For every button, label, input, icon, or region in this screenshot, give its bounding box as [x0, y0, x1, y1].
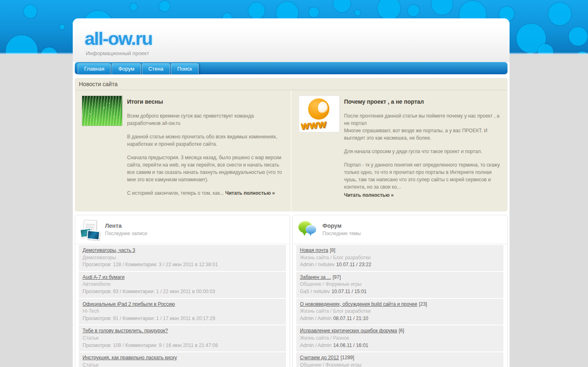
read-more-link[interactable]: Читать полностью »	[225, 190, 275, 196]
forum-item: Считаем до 2012[1289] Общение / Форумные…	[296, 352, 503, 367]
nav-tab[interactable]: Форум	[112, 63, 141, 74]
feed-item-link[interactable]: Audi A-7 из бумаги	[83, 274, 125, 280]
forum-item-date: 10.07.11 / 23:22	[336, 262, 371, 267]
bubble	[525, 52, 535, 54]
news-article-spring: Итоги весны Всем доброго времени суток в…	[75, 90, 291, 211]
nav-tab[interactable]: Стена	[142, 63, 170, 74]
feed-item: Официальные iPad 2 прибыли в Россию Hi-T…	[79, 299, 286, 325]
article-title[interactable]: Почему проект , а не портал	[344, 98, 502, 106]
www-label: WWW	[301, 119, 326, 131]
forum-widget: Форум Последние темы Новая почта[8] Жизн…	[292, 215, 508, 367]
bubble	[431, 0, 453, 15]
forum-topic-link[interactable]: Исправление критических ошибок форума	[300, 328, 397, 334]
feed-item-meta: Просмотров: 93 / Комментарии: 1 / 22 июн…	[83, 289, 282, 295]
bubble	[24, 5, 37, 18]
forum-item-category: Жизнь сайта / Блог разработки	[300, 255, 500, 261]
article-paragraph: После прочтения данной статьи вы поймете…	[344, 112, 502, 142]
forum-topic-link[interactable]: Забанен за ...	[300, 274, 331, 280]
article-paragraph: Портал - тк у данного понятия нет опреде…	[344, 161, 502, 191]
bubble	[333, 0, 351, 12]
feed-icon	[80, 220, 100, 239]
bubble	[309, 7, 319, 17]
feed-subtitle: Последние записи	[105, 231, 147, 236]
forum-item-category: Жизнь сайта / Разное	[300, 335, 500, 342]
bubble	[159, 1, 170, 11]
article-paragraph: Сначала предыстория. 3 месяца назад, был…	[127, 154, 285, 183]
forum-item-authors: Admin / Admin08.07.11 / 21:10	[300, 316, 500, 322]
bubble	[569, 27, 588, 46]
forum-topic-link[interactable]: Считаем до 2012	[300, 355, 339, 360]
feed-item-category: Автомобили	[83, 281, 282, 288]
article-paragraph: В данной статье можно прочитать обо всех…	[127, 133, 285, 148]
site-logo[interactable]: all-ow.ru	[85, 18, 152, 49]
feed-item: Тебе в голову выстрелить, придурок? Стат…	[79, 325, 286, 351]
forum-item: О нововведениях, обсуждения build сайта …	[296, 299, 503, 325]
forum-item-date: 14.06.11 / 16:01	[333, 343, 368, 348]
forum-topic-link[interactable]: О нововведениях, обсуждения build сайта …	[300, 301, 417, 307]
bubble	[378, 0, 400, 20]
bubble	[41, 47, 57, 54]
forum-items: Новая почта[8] Жизнь сайта / Блог разраб…	[293, 244, 507, 367]
grass-photo-image	[82, 96, 123, 126]
main-nav: ГлавнаяФорумСтенаПоиск	[75, 62, 508, 74]
feed-item: Инструкция, как правильно ласкать киску …	[79, 352, 286, 367]
news-section: Новости сайта Итоги весны Всем доброго в…	[75, 78, 508, 211]
article-paragraph: Всем доброго времени суток вас приветств…	[127, 112, 285, 127]
feed-item-meta: Просмотров: 109 / Комментарии: 9 / 16 ию…	[83, 343, 282, 349]
bubble	[355, 10, 360, 16]
feed-item-category: Статьи	[83, 335, 282, 342]
feed-item-meta: Просмотров: 91 / Комментарии: 1 / 17 июн…	[83, 316, 282, 322]
bubble	[6, 35, 38, 54]
read-more-link[interactable]: Читать полностью »	[344, 192, 393, 198]
bubble	[248, 2, 265, 19]
section-title: Новости сайта	[75, 78, 508, 90]
forum-topic-count: [8]	[330, 247, 335, 253]
forum-icon	[297, 220, 317, 239]
forum-topic-count: [6]	[399, 328, 404, 334]
bubble	[408, 5, 419, 16]
forum-topic-count: [97]	[333, 274, 341, 280]
forum-item-date: 08.07.11 / 21:10	[333, 316, 368, 321]
forum-topic-count: [1289]	[340, 355, 354, 360]
feed-item-meta: Просмотров: 128 / Комментарии: 3 / 22 ию…	[83, 262, 282, 268]
bubble	[548, 2, 571, 25]
bubble	[576, 51, 588, 54]
forum-item: Исправление критических ошибок форума[6]…	[296, 325, 503, 351]
feed-item: Демотиваторы, часть 3 Демотиваторы Просм…	[79, 245, 286, 271]
nav-tab[interactable]: Поиск	[171, 63, 199, 74]
forum-item-category: Жизнь сайта / Блог разработки	[300, 308, 500, 315]
globe-icon	[308, 98, 329, 120]
feed-item-category: Hi-Tech	[83, 308, 282, 315]
feed-item-link[interactable]: Тебе в голову выстрелить, придурок?	[83, 328, 168, 334]
feed-item-category: Статьи	[83, 362, 282, 367]
forum-topic-count: [23]	[419, 301, 427, 307]
article-paragraphs: После прочтения данной статьи вы поймете…	[344, 112, 502, 191]
forum-item-category: Общение / Форумные игры	[300, 362, 500, 367]
forum-topic-link[interactable]: Новая почта	[300, 247, 328, 253]
feed-item-link[interactable]: Официальные iPad 2 прибыли в Россию	[83, 301, 175, 307]
globe-www-image: WWW	[299, 96, 340, 132]
site-tagline: Информационный проект	[86, 50, 510, 56]
feed-widget: Лента Последние записи Демотиваторы, час…	[75, 215, 290, 367]
bubble	[130, 3, 137, 11]
article-thumbnail	[82, 96, 123, 203]
forum-item-authors: Admin / nvitulev10.07.11 / 23:22	[300, 262, 500, 268]
feed-title: Лента	[105, 222, 147, 229]
nav-tab[interactable]: Главная	[78, 63, 111, 74]
forum-item: Забанен за ...[97] Общение / Форумные иг…	[296, 272, 503, 298]
forum-title: Форум	[322, 222, 361, 229]
article-thumbnail: WWW	[299, 96, 340, 205]
feed-item-link[interactable]: Демотиваторы, часть 3	[83, 247, 135, 253]
news-article-project: WWW Почему проект , а не портал После пр…	[291, 90, 508, 211]
article-paragraphs: Всем доброго времени суток вас приветств…	[127, 112, 285, 183]
feed-item-link[interactable]: Инструкция, как правильно ласкать киску	[83, 355, 177, 360]
forum-subtitle: Последние темы	[322, 231, 361, 236]
forum-item-category: Общение / Форумные игры	[300, 281, 500, 288]
article-paragraph: Для начала спросим у дяди гугла что тако…	[344, 148, 502, 155]
article-title[interactable]: Итоги весны	[127, 98, 285, 106]
forum-item-date: 10.07.11 / 15:01	[331, 289, 367, 294]
bubble	[60, 24, 65, 29]
masthead: all-ow.ru Информационный проект	[73, 18, 510, 62]
page-card: all-ow.ru Информационный проект ГлавнаяФ…	[73, 18, 510, 367]
forum-item-authors: Admin / Admin14.06.11 / 16:01	[300, 343, 500, 349]
